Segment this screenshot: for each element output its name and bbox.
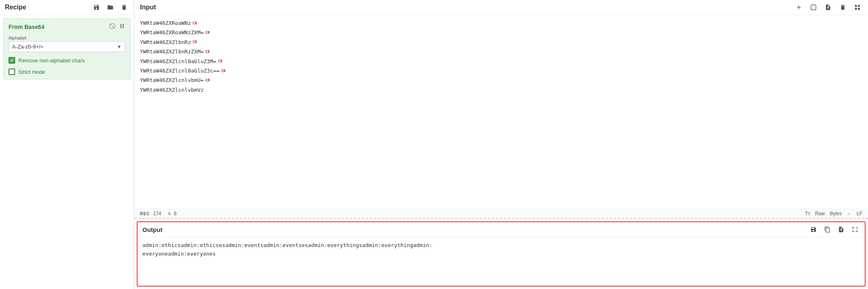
copy-output-button[interactable] [822,225,832,234]
list-item: YWRtaW46ZXZlcnlvbmVz [140,85,862,95]
input-footer: REC 174 ≡ 8 Tт Raw Bytes ← LF [134,209,868,218]
input-text: YWRtaW46ZXZlcnlvbmVz [140,85,204,95]
rec-value: 174 [153,211,161,216]
list-item: YWRtaW46ZXZlbnRzZXM= CR [140,47,862,56]
grid-icon [854,4,861,11]
save-icon [93,4,100,11]
remove-nonalpha-checkbox[interactable]: ✓ [9,57,15,64]
rec-stat: REC 174 [140,211,161,216]
operation-controls [109,23,125,31]
output-line-1: admin:ethicsadmin:ethicsesadmin:eventsad… [142,241,860,250]
copy-icon [824,226,831,233]
remove-nonalpha-row: ✓ Remove non-alphabet chars [9,57,125,64]
input-text: YWRtaW46ZXZlbnRzZXM= [140,47,204,56]
plus-icon [796,4,802,11]
expand-output-button[interactable] [850,225,860,234]
raw-button[interactable]: Raw [815,211,825,216]
right-panel: Input YWRtaW46Z [134,0,868,289]
alphabet-label: Alphabet [9,35,125,40]
bytes-button[interactable]: Bytes [830,211,842,216]
import-icon [825,4,831,11]
footer-stats: REC 174 ≡ 8 [140,211,177,216]
input-text: YWRtaW46ZXRoaWNz [140,18,191,28]
output-section: Output admin:ethicsadmin:ethicsesadmin:e… [137,221,866,287]
svg-rect-4 [811,5,816,10]
newline-arrow: ← [847,211,852,216]
input-section: Input YWRtaW46Z [134,0,868,219]
svg-rect-3 [122,24,124,29]
clear-input-button[interactable] [838,3,848,11]
output-line-2: everyoneadmin:everyones [142,250,860,258]
footer-format: Tт Raw Bytes ← LF [805,211,862,216]
expand-icon [852,226,858,233]
strict-mode-label: Strict mode [18,69,45,75]
list-item: YWRtaW46ZXZlcnl0aGluZ3M= CR [140,57,862,66]
delete-recipe-button[interactable] [119,3,129,11]
list-item: YWRtaW46ZXZlcnl0aGluZ3c== CR [140,66,862,75]
cr-badge: CR [192,20,197,26]
rec-label: REC [140,212,150,216]
input-title: Input [140,4,156,11]
strict-mode-row: Strict mode [9,68,125,75]
pause-icon [119,23,125,29]
list-item: YWRtaW46ZXZlcnlvbmU= CR [140,75,862,85]
remove-nonalpha-label: Remove non-alphabet chars [18,57,85,64]
disable-operation-button[interactable] [109,23,116,31]
input-header: Input [134,0,868,15]
list-item: YWRtaW46ZXZlbnRz CR [140,38,862,47]
cr-badge: CR [221,68,226,74]
input-text: YWRtaW46ZXZlcnl0aGluZ3c== [140,66,220,75]
trash-icon [121,4,127,11]
list-item: YWRtaW46ZXRoaWNzZXM= CR [140,28,862,37]
lines-stat: ≡ 8 [168,211,177,216]
lf-label: LF [857,211,862,216]
alphabet-dropdown[interactable]: A-Za-z0-9+/= ▼ [9,41,125,52]
format-icon: Tт [805,211,810,216]
recipe-header: Recipe [0,0,134,15]
export-icon [838,226,844,233]
cr-badge: CR [218,58,223,64]
operation-title: From Base64 [9,24,44,30]
lines-icon: ≡ [168,211,171,216]
cr-badge: CR [206,29,210,36]
operation-header: From Base64 [9,23,125,31]
input-text: YWRtaW46ZXRoaWNzZXM= [140,28,204,37]
new-tab-icon [810,4,817,11]
open-folder-button[interactable] [105,3,115,11]
chevron-down-icon: ▼ [117,44,122,50]
recipe-title: Recipe [5,4,26,11]
recipe-toolbar [92,3,129,11]
delete-input-icon [840,4,846,11]
cr-badge: CR [206,77,210,84]
input-toolbar [794,3,862,11]
cr-badge: CR [192,39,197,45]
save-output-button[interactable] [809,225,818,234]
export-output-button[interactable] [836,225,846,234]
svg-line-1 [110,24,114,28]
save-output-icon [810,226,817,233]
input-text: YWRtaW46ZXZlcnl0aGluZ3M= [140,57,216,66]
list-item: YWRtaW46ZXRoaWNz CR [140,18,862,28]
recipe-panel: Recipe From Base64 Al [0,0,134,289]
strict-mode-checkbox[interactable] [9,68,15,75]
checkmark-icon: ✓ [10,58,14,63]
save-recipe-button[interactable] [92,3,101,11]
output-content: admin:ethicsadmin:ethicsesadmin:eventsad… [138,237,865,263]
output-header: Output [138,222,865,237]
disable-icon [109,23,116,29]
cr-badge: CR [206,49,210,55]
svg-rect-2 [120,24,122,29]
grid-view-button[interactable] [853,3,862,11]
new-tab-button[interactable] [809,3,818,11]
folder-icon [107,4,114,11]
alphabet-value: A-Za-z0-9+/= [12,44,117,50]
input-text: YWRtaW46ZXZlcnlvbmU= [140,75,204,85]
add-input-button[interactable] [794,3,804,11]
input-content: YWRtaW46ZXRoaWNz CR YWRtaW46ZXRoaWNzZXM=… [134,15,868,209]
output-title: Output [142,226,162,233]
operation-card: From Base64 Alphabet A-Za-z0-9+/= ▼ ✓ Re… [3,18,131,79]
pause-operation-button[interactable] [119,23,125,31]
input-text: YWRtaW46ZXZlbnRz [140,38,191,47]
import-button[interactable] [823,3,833,11]
lines-value: 8 [174,211,177,216]
